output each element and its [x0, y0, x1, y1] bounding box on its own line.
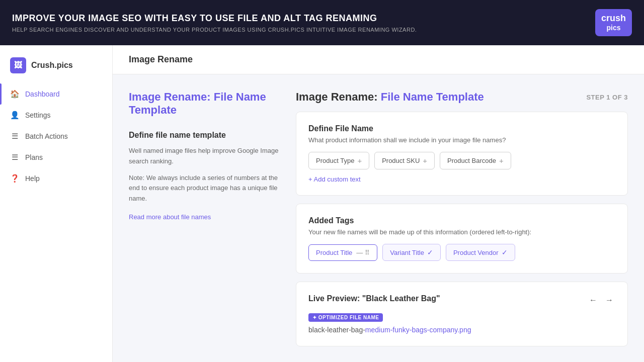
added-tag-product-title[interactable]: Product Title — ⠿ [308, 244, 377, 261]
section-note: Note: We always include a series of numb… [129, 173, 280, 204]
define-file-name-title: Define File Name [308, 124, 615, 133]
header-title: IMPROVE YOUR IMAGE SEO WITH EASY TO USE … [12, 13, 417, 24]
define-file-name-card: Define File Name What product informatio… [296, 112, 628, 196]
content-header: Image Rename [113, 45, 644, 74]
plans-icon: ☰ [10, 153, 19, 162]
tag-product-barcode[interactable]: Product Barcode + [440, 152, 511, 169]
sidebar-label-dashboard: Dashboard [25, 90, 60, 98]
filename-prefix: black-leather-bag- [308, 326, 365, 334]
section-description: Well named image files help improve Goog… [129, 146, 280, 167]
added-tag-product-vendor[interactable]: Product Vendor ✓ [446, 244, 515, 261]
active-indicator [0, 83, 2, 105]
drag-actions: — ⠿ [356, 249, 370, 256]
added-tags-row: Product Title — ⠿ Variant Title ✓ [308, 244, 615, 261]
tag-product-sku[interactable]: Product SKU + [374, 152, 435, 169]
filename-highlight: medium-funky-bags-company.png [365, 326, 471, 334]
add-custom-text-link[interactable]: + Add custom text [308, 175, 615, 183]
define-tags-row: Product Type + Product SKU + Product Bar… [308, 152, 615, 169]
tag-product-type-label: Product Type [316, 157, 354, 164]
sidebar-item-plans[interactable]: ☰ Plans [0, 147, 112, 168]
nav-arrows: ← → [587, 295, 615, 306]
sidebar-logo-icon: 🖼 [10, 57, 26, 73]
page-title-static: Image Rename: [129, 90, 214, 103]
live-preview-header: Live Preview: "Black Leather Bag" ← → [308, 294, 615, 306]
content-body: Image Rename: File Name Template Define … [113, 74, 644, 362]
preview-content: ✦ OPTIMIZED FILE NAME black-leather-bag-… [308, 312, 615, 334]
top-header: IMPROVE YOUR IMAGE SEO WITH EASY TO USE … [0, 0, 644, 45]
added-tags-subtitle: Your new file names will be made up of t… [308, 228, 615, 236]
sidebar-item-settings[interactable]: 👤 Settings [0, 105, 112, 126]
prev-arrow[interactable]: ← [587, 295, 599, 306]
sidebar-logo: 🖼 Crush.pics [0, 53, 112, 83]
drag-minus-icon: — [356, 249, 363, 256]
card-page-title-static: Image Rename: [296, 90, 381, 103]
check-icon-variant: ✓ [427, 248, 433, 256]
preview-filename: black-leather-bag-medium-funky-bags-comp… [308, 326, 615, 334]
card-page-title: Image Rename: File Name Template [296, 90, 484, 104]
batch-actions-icon: ☰ [10, 132, 19, 141]
sidebar: 🖼 Crush.pics 🏠 Dashboard 👤 Settings ☰ Ba… [0, 45, 113, 362]
next-arrow[interactable]: → [603, 295, 615, 306]
drag-grip-icon: ⠿ [365, 249, 370, 256]
added-tags-card: Added Tags Your new file names will be m… [296, 204, 628, 274]
content-area: Image Rename Image Rename: File Name Tem… [113, 45, 644, 362]
left-panel: Image Rename: File Name Template Define … [129, 90, 280, 354]
dashboard-icon: 🏠 [10, 89, 19, 99]
sidebar-label-plans: Plans [25, 153, 43, 161]
page-title: Image Rename: File Name Template [129, 90, 280, 117]
sidebar-label-batch-actions: Batch Actions [25, 132, 68, 140]
right-panel: Image Rename: File Name Template STEP 1 … [296, 90, 628, 354]
check-icon-vendor: ✓ [502, 248, 508, 256]
crush-pics-logo: crush pics [595, 9, 632, 36]
plus-icon-product-type: + [357, 156, 362, 165]
section-title: Define file name template [129, 131, 280, 140]
live-preview-title: Live Preview: "Black Leather Bag" [308, 294, 440, 303]
sidebar-label-help: Help [25, 174, 40, 183]
settings-icon: 👤 [10, 111, 19, 120]
content-header-title: Image Rename [129, 54, 628, 65]
read-more-link[interactable]: Read more about file names [129, 213, 211, 221]
help-icon: ❓ [10, 174, 19, 183]
step-label: STEP 1 OF 3 [586, 94, 628, 101]
main-layout: 🖼 Crush.pics 🏠 Dashboard 👤 Settings ☰ Ba… [0, 45, 644, 362]
header-left: IMPROVE YOUR IMAGE SEO WITH EASY TO USE … [12, 13, 417, 33]
added-tag-variant-title-label: Variant Title [390, 249, 424, 256]
added-tag-product-vendor-label: Product Vendor [453, 249, 499, 256]
added-tag-variant-title[interactable]: Variant Title ✓ [382, 244, 441, 261]
tag-product-sku-label: Product SKU [382, 157, 420, 164]
header-subtitle: HELP SEARCH ENGINES DISCOVER AND UNDERST… [12, 27, 417, 33]
sidebar-app-name: Crush.pics [31, 61, 73, 70]
title-row: Image Rename: File Name Template [129, 90, 280, 119]
optimized-badge: ✦ OPTIMIZED FILE NAME [308, 313, 383, 322]
sidebar-item-dashboard[interactable]: 🏠 Dashboard [0, 83, 112, 105]
plus-icon-product-barcode: + [499, 156, 504, 165]
sidebar-item-batch-actions[interactable]: ☰ Batch Actions [0, 126, 112, 147]
card-page-title-highlight: File Name Template [381, 90, 484, 103]
tag-product-type[interactable]: Product Type + [308, 152, 369, 169]
sidebar-label-settings: Settings [25, 111, 51, 119]
tag-product-barcode-label: Product Barcode [447, 157, 496, 164]
live-preview-card: Live Preview: "Black Leather Bag" ← → ✦ … [296, 282, 628, 346]
added-tag-product-title-label: Product Title [316, 249, 352, 256]
sidebar-item-help[interactable]: ❓ Help [0, 168, 112, 189]
added-tags-title: Added Tags [308, 216, 615, 225]
define-file-name-question: What product information shall we includ… [308, 136, 615, 144]
plus-icon-product-sku: + [423, 156, 427, 165]
top-row: Image Rename: File Name Template STEP 1 … [296, 90, 628, 104]
